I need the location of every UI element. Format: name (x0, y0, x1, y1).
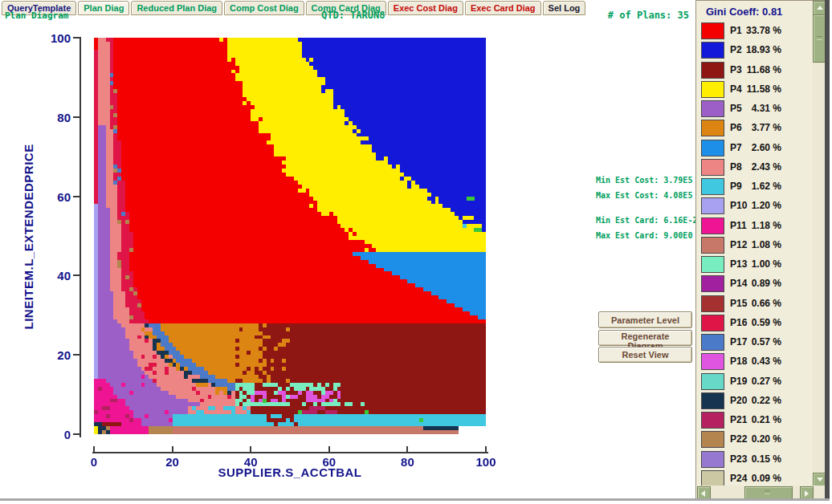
plan-percentage: 0.66 % (743, 298, 781, 309)
plan-color-swatch (701, 100, 724, 117)
plan-id-label: P5 (730, 103, 742, 114)
legend-row-p5: P54.31 % (696, 100, 824, 120)
tab-bar: QueryTemplatePlan DiagReduced Plan DiagC… (2, 1, 585, 15)
legend-vscrollbar[interactable] (813, 1, 826, 486)
max-est-card: Max Est Card: 9.00E0 (596, 231, 692, 240)
tab-exec-card-diag[interactable]: Exec Card Diag (465, 1, 541, 15)
plan-percentage: 0.21 % (743, 414, 781, 425)
regenerate-diagram-button[interactable]: Regenerate Diagram (598, 330, 692, 346)
plan-id-label: P2 (730, 44, 742, 55)
tab-label: Reduced Plan Diag (137, 3, 217, 13)
x-axis-title: SUPPLIER.S_ACCTBAL (94, 465, 486, 479)
picasso-window: QueryTemplatePlan DiagReduced Plan DiagC… (0, 0, 832, 504)
plan-color-swatch (701, 159, 724, 176)
plan-id-label: P9 (730, 181, 742, 192)
legend-row-p10: P101.20 % (696, 197, 824, 217)
legend-row-p7: P72.60 % (696, 140, 824, 159)
thumb-grip-icon (817, 36, 822, 40)
plan-color-swatch (701, 373, 724, 390)
plan-color-swatch (701, 140, 724, 156)
plan-id-label: P7 (730, 142, 742, 153)
legend-row-p4: P411.58 % (696, 81, 824, 100)
plan-id-label: P8 (730, 161, 742, 173)
plan-percentage: 4.31 % (743, 103, 781, 114)
plan-percentage: 11.68 % (743, 64, 781, 75)
plan-color-swatch (701, 197, 724, 214)
x-tick (406, 446, 408, 453)
legend-row-p18: P180.43 % (696, 353, 824, 372)
plan-color-swatch (701, 217, 724, 234)
legend-row-p6: P63.77 % (696, 120, 824, 139)
plan-percentage: 3.77 % (743, 122, 781, 133)
plan-percentage: 0.09 % (743, 473, 781, 484)
scroll-right-icon (805, 490, 809, 497)
qtd-label: QTD: TARUN8 (321, 10, 385, 21)
plan-percentage: 33.78 % (743, 25, 781, 36)
scroll-down-icon (817, 478, 823, 482)
plan-percentage: 1.62 % (743, 181, 781, 192)
y-tick-label: 40 (39, 269, 71, 282)
y-tick (73, 274, 80, 276)
x-tick (250, 446, 251, 453)
view-title: Plan Diagram (5, 10, 68, 21)
y-axis-line (80, 37, 81, 437)
plan-color-swatch (701, 295, 724, 312)
plan-diagram-canvas[interactable] (94, 38, 486, 434)
plan-color-swatch (701, 431, 724, 448)
tab-comp-cost-diag[interactable]: Comp Cost Diag (224, 1, 304, 15)
plan-color-swatch (701, 275, 724, 292)
scroll-up-icon (817, 6, 823, 10)
plan-color-swatch (701, 237, 724, 254)
plan-count-label: # of Plans: 35 (562, 10, 689, 21)
reset-view-button[interactable]: Reset View (598, 347, 692, 363)
y-tick (73, 37, 80, 39)
plan-color-swatch (701, 470, 724, 487)
max-est-cost: Max Est Cost: 4.08E5 (596, 191, 692, 200)
legend-row-p14: P140.89 % (696, 275, 824, 295)
y-tick (73, 116, 80, 118)
plan-percentage: 2.60 % (743, 142, 781, 153)
legend-row-p16: P160.59 % (696, 315, 824, 334)
y-tick-label: 80 (39, 111, 71, 124)
plan-color-swatch (701, 178, 724, 195)
plan-percentage: 0.43 % (743, 356, 781, 367)
x-tick (172, 446, 173, 453)
y-tick (73, 433, 80, 435)
y-tick-label: 60 (39, 190, 71, 204)
legend-row-p17: P170.57 % (696, 334, 824, 353)
window-bottom-edge (0, 498, 830, 501)
tab-reduced-plan-diag[interactable]: Reduced Plan Diag (131, 1, 222, 15)
min-est-cost: Min Est Cost: 3.79E5 (596, 176, 692, 185)
plan-color-swatch (701, 412, 724, 429)
parameter-level-button[interactable]: Parameter Level (598, 311, 692, 328)
tab-plan-diag[interactable]: Plan Diag (78, 1, 129, 15)
tab-exec-cost-diag[interactable]: Exec Cost Diag (388, 1, 463, 15)
tab-label: Comp Cost Diag (230, 3, 299, 13)
window-right-edge (825, 0, 830, 501)
plan-color-swatch (701, 334, 724, 351)
plan-percentage: 2.43 % (743, 161, 781, 173)
x-tick (485, 446, 487, 453)
plan-color-swatch (701, 22, 724, 39)
legend-row-p19: P190.27 % (696, 373, 824, 392)
plan-percentage: 18.93 % (743, 44, 781, 55)
plan-percentage: 0.57 % (743, 336, 781, 348)
y-tick-label: 100 (39, 31, 71, 45)
plan-id-label: P4 (730, 83, 742, 95)
plan-color-swatch (701, 392, 724, 409)
plan-color-swatch (701, 315, 724, 331)
y-tick (73, 354, 80, 356)
tab-label: Exec Card Diag (471, 3, 536, 13)
x-tick (93, 446, 95, 453)
plan-color-swatch (701, 42, 724, 59)
legend-row-p2: P218.93 % (696, 42, 824, 61)
legend-row-p12: P121.08 % (696, 237, 824, 256)
plan-percentage: 0.89 % (743, 278, 781, 289)
tab-label: Exec Cost Diag (394, 3, 458, 13)
legend-row-p13: P131.00 % (696, 256, 824, 275)
plan-percentage: 1.20 % (743, 200, 781, 211)
plan-color-swatch (701, 120, 724, 136)
tab-label: Plan Diag (84, 3, 124, 13)
thumb-grip-icon (765, 490, 770, 494)
legend-row-p22: P220.20 % (696, 431, 824, 450)
